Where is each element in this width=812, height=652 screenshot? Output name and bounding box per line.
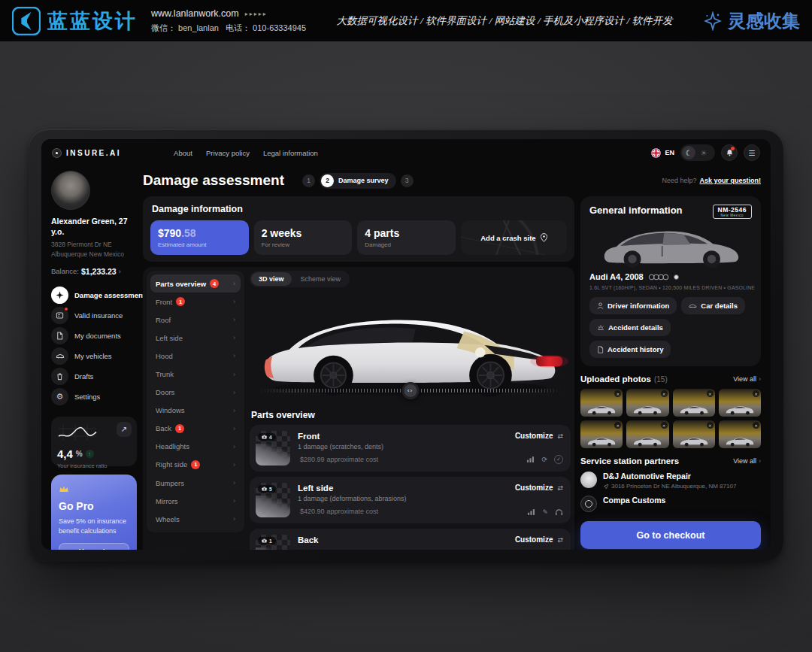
nav-privacy-policy[interactable]: Privacy policy [206, 149, 250, 157]
customize-button[interactable]: Customize ⇄ [515, 432, 563, 440]
remove-photo-button[interactable]: ✕ [707, 422, 714, 429]
menu-button[interactable]: ☰ [744, 144, 760, 161]
app-brand-text: INSURE.AI [66, 149, 121, 157]
add-crash-site-button[interactable]: Add a crash site [461, 220, 567, 255]
remove-photo-button[interactable]: ✕ [707, 390, 714, 397]
inspiration-collect: 灵感收集 [703, 9, 800, 33]
uploaded-photo[interactable]: ✕ [626, 389, 668, 417]
language-selector[interactable]: EN [651, 148, 674, 158]
view-all-photos-link[interactable]: View all› [733, 375, 761, 383]
part-photo-thumb[interactable]: 5 [256, 483, 290, 517]
remove-photo-button[interactable]: ✕ [753, 390, 759, 397]
accident-history-button[interactable]: Accident history [589, 341, 671, 358]
go-to-checkout-button[interactable]: Go to checkout [580, 521, 761, 549]
uploaded-photo[interactable]: ✕ [580, 420, 623, 448]
customize-button[interactable]: Customize ⇄ [515, 484, 563, 492]
parts-menu-item-left-side[interactable]: Left side› [150, 329, 241, 347]
stats-icon[interactable] [527, 508, 535, 516]
customize-button[interactable]: Customize ⇄ [515, 535, 563, 544]
user-avatar[interactable] [51, 171, 90, 210]
part-row-back[interactable]: 1 Back Customize ⇄ [250, 529, 571, 550]
rotation-handle[interactable]: ‹› [401, 382, 419, 399]
pro-title: Go Pro [59, 500, 129, 512]
uploaded-photo[interactable]: ✕ [719, 389, 761, 417]
pen-icon[interactable]: ✎ [542, 508, 548, 516]
parts-menu-item-mirrors[interactable]: Mirrors› [150, 492, 241, 510]
uploaded-photo[interactable]: ✕ [580, 389, 623, 417]
pro-description: Save 5% on insurance benefit calculation… [59, 517, 129, 536]
parts-menu-item-overview[interactable]: Parts overview4 › [150, 274, 241, 293]
nav-legal-information[interactable]: Legal information [263, 149, 318, 157]
tab-scheme-view[interactable]: Scheme view [293, 272, 349, 286]
review-time-card: 2 weeks For review [254, 220, 353, 255]
parts-menu-item-windows[interactable]: Windows› [150, 402, 241, 420]
headset-icon[interactable] [555, 508, 563, 516]
uploaded-photo[interactable]: ✕ [673, 420, 715, 448]
sun-icon[interactable]: ☀ [697, 146, 710, 159]
car-3d-stage[interactable]: ‹› [250, 287, 571, 406]
remove-photo-button[interactable]: ✕ [753, 422, 759, 429]
uploaded-photo[interactable]: ✕ [626, 420, 668, 448]
file-icon [597, 346, 604, 353]
refresh-icon[interactable]: ⟳ [541, 456, 547, 463]
step-3[interactable]: 3 [401, 174, 414, 187]
parts-menu: Parts overview4 › Front1 › Roof› [147, 271, 244, 532]
notifications-button[interactable] [721, 144, 738, 161]
ask-question-link[interactable]: Ask your question! [699, 177, 761, 184]
parts-menu-item-right-side[interactable]: Right side1 › [150, 456, 241, 474]
stats-icon[interactable] [526, 456, 535, 463]
uploaded-photos-section: Uploaded photos (15) View all› ✕ ✕ ✕ [580, 375, 761, 448]
part-row-front[interactable]: 4 Front 1 damage (scratches, dents) $280… [250, 425, 571, 472]
parts-menu-item-headlights[interactable]: Headlights› [150, 438, 241, 456]
parts-menu-item-hood[interactable]: Hood› [150, 347, 241, 365]
user-name: Alexander Green, 27 y.o. [51, 217, 137, 237]
remove-photo-button[interactable]: ✕ [614, 422, 621, 429]
gear-icon: ⚙ [51, 388, 68, 405]
tab-3d-view[interactable]: 3D view [251, 272, 292, 286]
sidebar-item-damage-assessment[interactable]: Damage assessment [51, 287, 137, 304]
sidebar-item-settings[interactable]: ⚙ Settings [51, 388, 137, 405]
moon-icon[interactable]: ☾ [682, 146, 695, 159]
view-all-partners-link[interactable]: View all› [733, 457, 761, 465]
uploaded-photo[interactable]: ✕ [673, 389, 715, 417]
license-plate: NM-2546 New Mexico [713, 205, 752, 219]
badge: 1 [191, 460, 200, 469]
step-2-active[interactable]: 2 Damage survey [320, 173, 396, 189]
theme-toggle[interactable]: ☾ ☀ [680, 144, 715, 161]
part-photo-thumb[interactable]: 4 [256, 431, 290, 465]
partner-row[interactable]: D&J Automotive Repair 3016 Princeton Dr … [580, 472, 761, 490]
chevron-right-icon: › [759, 375, 761, 383]
part-row-left-side[interactable]: 5 Left side 1 damage (deformations, abra… [250, 477, 571, 523]
remove-photo-button[interactable]: ✕ [614, 390, 621, 397]
car-details-button[interactable]: Car details [681, 297, 745, 314]
app-logo[interactable]: INSURE.AI [52, 148, 121, 158]
sidebar-item-my-documents[interactable]: My documents [51, 327, 137, 344]
driver-information-button[interactable]: Driver information [589, 297, 677, 314]
partner-row[interactable]: Compa Customs [580, 496, 761, 512]
nav-about[interactable]: About [174, 149, 192, 157]
sparkle-icon [51, 287, 68, 304]
banner-url[interactable]: www.lanlanwork.com [151, 7, 239, 21]
approve-icon[interactable]: ✓ [554, 455, 563, 464]
upgrade-button[interactable]: Upgrade [59, 543, 129, 550]
accident-details-button[interactable]: Accident details [589, 319, 671, 336]
sparkle-star-icon [703, 11, 723, 31]
expand-ratio-button[interactable]: ↗ [117, 422, 132, 437]
parts-menu-item-doors[interactable]: Doors› [150, 384, 241, 402]
part-photo-thumb[interactable]: 1 [256, 535, 290, 550]
parts-menu-item-back[interactable]: Back1 › [150, 420, 241, 438]
sidebar-item-drafts[interactable]: Drafts [51, 368, 137, 385]
parts-menu-item-trunk[interactable]: Trunk› [150, 365, 241, 383]
parts-menu-item-roof[interactable]: Roof› [150, 311, 241, 329]
user-balance[interactable]: Balance: $1,233.23 › [51, 267, 137, 276]
parts-menu-item-front[interactable]: Front1 › [150, 293, 241, 311]
banner-contact: www.lanlanwork.com ▸▸▸▸▸ 微信： ben_lanlan … [151, 7, 306, 34]
remove-photo-button[interactable]: ✕ [661, 422, 668, 429]
parts-menu-item-bumpers[interactable]: Bumpers› [150, 474, 241, 492]
uploaded-photo[interactable]: ✕ [719, 420, 761, 448]
sidebar-item-valid-insurance[interactable]: Valid insurance [51, 307, 137, 324]
sidebar-item-my-vehicles[interactable]: My vehicles [51, 347, 137, 365]
step-1[interactable]: 1 [302, 174, 315, 187]
parts-menu-item-wheels[interactable]: Wheels› [150, 510, 241, 528]
remove-photo-button[interactable]: ✕ [661, 390, 668, 397]
